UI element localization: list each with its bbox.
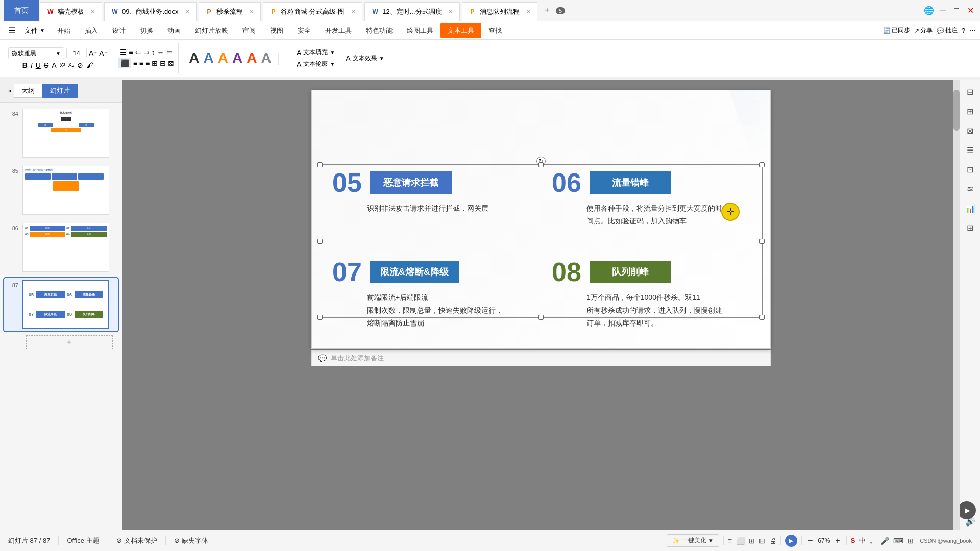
card-07-body[interactable]: 前端限流+后端限流 限制次数，限制总量，快速失败降级运行， 熔断隔离防止雪崩 [332, 291, 526, 330]
menu-icon[interactable]: ☰ [4, 23, 19, 37]
ime-dot-icon[interactable]: 。 [870, 536, 876, 545]
tab-home[interactable]: 首页 [4, 0, 39, 21]
tab-close-2[interactable]: ✕ [185, 8, 190, 15]
text-style-a1[interactable]: A [189, 50, 199, 66]
comment-area[interactable]: 💬 单击此处添加备注 [311, 350, 771, 366]
handle-tl[interactable] [317, 162, 323, 167]
card-05-body[interactable]: 识别非法攻击请求并进行拦截，网关层 [332, 202, 526, 215]
font-size-input[interactable]: 14 [66, 48, 87, 58]
subscript-btn[interactable]: X₂ [68, 62, 74, 68]
dual-view-btn[interactable]: ⊟ [759, 537, 765, 545]
right-btn-2[interactable]: ⊞ [962, 103, 978, 119]
tab-item-5[interactable]: W 12、定时...分式调度 ✕ [364, 2, 459, 21]
tab-start[interactable]: 开始 [50, 22, 78, 39]
new-tab-button[interactable]: + [538, 5, 556, 16]
slide-view-btn[interactable]: 幻灯片 [42, 84, 78, 98]
handle-ml[interactable] [317, 239, 323, 244]
tab-search[interactable]: 查找 [481, 22, 509, 39]
text-outline-btn[interactable]: A 文本轮廓 ▼ [297, 60, 335, 68]
tab-draw[interactable]: 绘图工具 [400, 22, 440, 39]
numbered-list-btn[interactable]: ≡ [129, 48, 133, 56]
handle-tr[interactable] [760, 162, 765, 167]
tab-item-3[interactable]: P 秒杀流程 ✕ [199, 2, 261, 21]
font-size-increase[interactable]: A⁺ [89, 49, 97, 57]
text-effect-btn[interactable]: A 文本效果 ▼ [346, 54, 384, 63]
tab-close-5[interactable]: ✕ [448, 8, 453, 15]
missing-font[interactable]: ⊘ 缺失字体 [174, 536, 208, 545]
handle-tm[interactable] [538, 162, 544, 167]
list3-btn[interactable]: ⊟ [160, 59, 166, 67]
align-left-btn[interactable]: ⬛ [118, 58, 131, 68]
font-color-btn[interactable]: A [52, 61, 56, 69]
tab-close-1[interactable]: ✕ [90, 8, 95, 15]
play-btn[interactable]: ▶ [785, 535, 797, 547]
add-slide-btn[interactable]: + [26, 335, 113, 349]
tab-cut[interactable]: 切换 [133, 22, 160, 39]
list2-btn[interactable]: ⊞ [152, 59, 158, 67]
right-btn-1[interactable]: ⊟ [962, 84, 978, 100]
scroll-right[interactable] [953, 80, 960, 530]
list4-btn[interactable]: ⊠ [168, 59, 174, 67]
text-style-a4[interactable]: A [232, 50, 242, 66]
tab-view[interactable]: 视图 [263, 22, 290, 39]
print-view-btn[interactable]: 🖨 [769, 537, 776, 545]
align-right-btn[interactable]: ≡ [139, 59, 143, 67]
slide-thumb-84[interactable]: 84 状态流程图 □ 蓝 蓝 橙 [4, 107, 118, 160]
grid-view-btn[interactable]: ⊞ [749, 537, 755, 545]
italic-btn[interactable]: I [31, 61, 33, 69]
tab-design[interactable]: 设计 [105, 22, 133, 39]
slide-canvas[interactable]: 05 恶意请求拦截 识别非法攻击请求并进行拦截，网关层 06 流量错峰 使用各种… [311, 90, 771, 349]
minimize-btn[interactable]: ─ [938, 4, 948, 17]
list-view-btn[interactable]: ≡ [728, 537, 732, 545]
superscript-btn[interactable]: X² [60, 62, 65, 68]
strikethrough-btn[interactable]: S [44, 61, 48, 69]
tab-close-3[interactable]: ✕ [249, 8, 254, 15]
tab-animate[interactable]: 动画 [160, 22, 188, 39]
tab-text-tool[interactable]: 文本工具 [440, 23, 481, 38]
tab-close-6[interactable]: ✕ [526, 8, 531, 15]
text-style-a2[interactable]: A [203, 50, 213, 66]
slide-thumb-85[interactable]: 85 秒杀任务分布式下架简图 [4, 164, 118, 217]
tab-review[interactable]: 审阅 [235, 22, 263, 39]
right-btn-5[interactable]: ⊡ [962, 161, 978, 178]
scroll-thumb[interactable] [953, 90, 960, 131]
tab-item-6[interactable]: P 消息队列流程 ✕ [462, 2, 537, 21]
slide-thumb-87[interactable]: 87 05 恶意拦截 06 流量错峰 07 限流 [4, 278, 118, 331]
tab-slideshow[interactable]: 幻灯片放映 [188, 22, 235, 39]
bold-btn[interactable]: B [22, 61, 28, 69]
indent-increase-btn[interactable]: ⇒ [143, 48, 150, 56]
text-style-a6[interactable]: A [261, 50, 271, 66]
mic-icon[interactable]: 🎤 [880, 537, 889, 545]
font-size-decrease[interactable]: A⁻ [99, 49, 107, 57]
underline-btn[interactable]: U [36, 61, 41, 69]
bullet-list-btn[interactable]: ☰ [120, 48, 127, 56]
handle-mr[interactable] [760, 239, 765, 244]
right-btn-8[interactable]: ⊞ [962, 219, 978, 236]
tab-item-2[interactable]: W 09、商城业务.docx ✕ [104, 2, 197, 21]
tab-close-4[interactable]: ✕ [351, 8, 356, 15]
text-direction-btn[interactable]: ↔ [157, 48, 164, 56]
share-btn[interactable]: ↗分享 [914, 26, 933, 35]
justify-btn[interactable]: ≡ [145, 59, 150, 67]
tab-item-1[interactable]: W 稿壳模板 ✕ [40, 2, 102, 21]
video-preview-btn[interactable] [958, 501, 976, 519]
tab-security[interactable]: 安全 [290, 22, 318, 39]
handle-br[interactable] [760, 315, 765, 320]
close-btn[interactable]: ✕ [965, 4, 976, 17]
help-btn[interactable]: ? [962, 27, 965, 34]
file-menu[interactable]: 文件 ▼ [19, 26, 50, 35]
right-btn-6[interactable]: ≋ [962, 181, 978, 197]
text-fill-btn[interactable]: A 文本填充 ▼ [297, 48, 335, 57]
tab-devtools[interactable]: 开发工具 [318, 22, 359, 39]
tab-special[interactable]: 特色功能 [359, 22, 400, 39]
font-name-selector[interactable]: 微软雅黑 ▼ [8, 47, 64, 59]
vert-align-btn[interactable]: ⊨ [166, 48, 173, 56]
slide-icon[interactable]: ⬜ [736, 537, 745, 545]
clear-format-btn[interactable]: ⊘ [77, 61, 83, 69]
zoom-in-btn[interactable]: + [833, 535, 842, 546]
text-style-a5[interactable]: A [247, 50, 257, 66]
align-center-btn[interactable]: ≡ [133, 59, 137, 67]
ime-extra-icon[interactable]: ⊞ [908, 537, 914, 545]
ime-s-icon[interactable]: S [851, 537, 855, 544]
tab-insert[interactable]: 插入 [78, 22, 105, 39]
